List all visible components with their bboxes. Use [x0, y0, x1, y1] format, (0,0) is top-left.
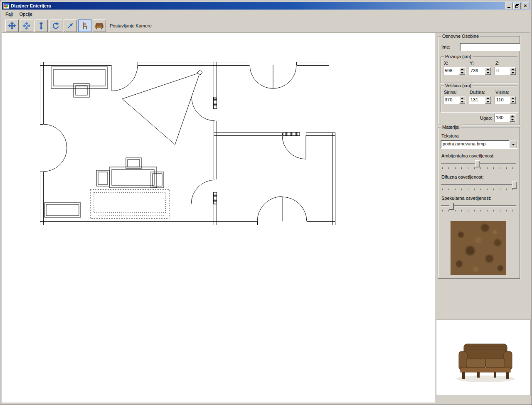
- angle-label: Ugao:: [480, 115, 492, 120]
- vertical-move-tool-button[interactable]: [34, 20, 48, 32]
- size-group: Veličina (cm) Širina: 370 Dužina: 131: [441, 86, 517, 112]
- spin-down-button[interactable]: [459, 100, 465, 104]
- position-group-title: Pozicija (cm): [444, 54, 473, 59]
- ambient-slider-thumb[interactable]: [475, 160, 480, 167]
- spin-down-button[interactable]: [510, 71, 516, 75]
- spin-up-button[interactable]: [459, 96, 465, 100]
- length-value: 131: [469, 96, 485, 104]
- height-value: 110: [495, 96, 510, 104]
- spin-up-button[interactable]: [510, 96, 516, 100]
- floorplan-furniture: [44, 67, 169, 218]
- diffuse-slider-thumb[interactable]: [512, 182, 517, 189]
- sofa-icon: [95, 22, 104, 30]
- floorplan-desk[interactable]: [51, 67, 108, 97]
- close-icon: ×: [524, 4, 527, 8]
- texture-preview-image: [451, 221, 506, 275]
- specular-light-slider[interactable]: [441, 202, 516, 211]
- restore-icon: [515, 4, 519, 8]
- scale-icon: [66, 22, 74, 30]
- chair-icon: [81, 22, 89, 30]
- spin-up-button[interactable]: [485, 96, 491, 100]
- x-position-spinner[interactable]: 598: [443, 67, 466, 75]
- move-tool-button[interactable]: [5, 20, 19, 32]
- move-icon: [8, 22, 16, 30]
- application-window: Dizajner Enterijera × Fajl Opcije: [0, 0, 532, 405]
- size-group-title: Veličina (cm): [444, 83, 473, 88]
- angle-spinner[interactable]: 180: [494, 114, 516, 122]
- specular-light-label: Spekularna osvetljenost:: [441, 196, 491, 201]
- material-group-title: Materijal: [441, 125, 461, 130]
- design-canvas[interactable]: [2, 33, 436, 403]
- add-chair-tool-button[interactable]: [78, 20, 91, 32]
- rotate-tool-button[interactable]: [49, 20, 62, 32]
- spin-down-button[interactable]: [485, 71, 491, 75]
- window-title: Dizajner Enterijera: [11, 3, 505, 8]
- spin-down-button[interactable]: [510, 118, 515, 122]
- height-label: Visina:: [495, 90, 509, 95]
- floorplan-walls: [40, 62, 335, 225]
- spin-up-button[interactable]: [510, 67, 516, 71]
- sofa-preview-drawing: [436, 320, 530, 395]
- floorplan: [2, 33, 435, 403]
- width-spinner[interactable]: 370: [443, 96, 466, 104]
- title-bar[interactable]: Dizajner Enterijera ×: [2, 2, 530, 10]
- angle-value: 180: [495, 114, 510, 122]
- app-icon: [3, 2, 10, 9]
- name-label: Ime:: [441, 44, 450, 49]
- diffuse-light-slider[interactable]: [441, 181, 516, 190]
- y-label: Y:: [470, 61, 474, 66]
- z-position-value: 0: [495, 67, 510, 75]
- spin-up-button[interactable]: [485, 67, 491, 71]
- add-sofa-tool-button[interactable]: [93, 20, 106, 32]
- diffuse-light-label: Difuzna osvetljenost:: [441, 174, 484, 179]
- spin-down-button[interactable]: [510, 100, 516, 104]
- restore-button[interactable]: [513, 2, 521, 9]
- z-label: Z:: [495, 61, 500, 66]
- y-position-spinner[interactable]: 736: [469, 67, 491, 75]
- height-spinner[interactable]: 110: [495, 96, 516, 104]
- spin-up-button[interactable]: [459, 67, 465, 71]
- ambient-light-slider[interactable]: [441, 160, 516, 169]
- camera-marker[interactable]: [122, 70, 202, 145]
- spin-down-button[interactable]: [459, 71, 465, 75]
- spin-down-button[interactable]: [485, 100, 491, 104]
- x-position-value: 598: [443, 67, 459, 75]
- texture-label: Tekstura: [441, 133, 459, 138]
- toolbar: Postavljanje Kamere: [2, 19, 530, 33]
- menu-item-fajl[interactable]: Fajl: [2, 11, 16, 17]
- close-button[interactable]: ×: [522, 2, 529, 9]
- length-spinner[interactable]: 131: [469, 96, 491, 104]
- width-label: Širina:: [444, 90, 457, 95]
- rotate-icon: [52, 22, 60, 30]
- y-position-value: 736: [469, 67, 485, 75]
- position-group: Pozicija (cm) X: 598 Y: 736: [441, 56, 517, 83]
- material-group: Materijal Tekstura podrazumevana.bmp Amb…: [438, 127, 520, 279]
- pan-tool-button[interactable]: [20, 20, 33, 32]
- menu-bar: Fajl Opcije: [2, 10, 530, 18]
- length-label: Dužina:: [470, 90, 485, 95]
- toolbar-mode-label: Postavljanje Kamere: [110, 23, 152, 28]
- floorplan-sofa-selected[interactable]: [90, 189, 169, 218]
- texture-value: podrazumevana.bmp: [441, 140, 509, 148]
- basic-properties-group: Osnovne Osobine Ime: Pozicija (cm) X: 59…: [438, 36, 520, 125]
- vertical-move-icon: [37, 22, 45, 30]
- scale-tool-button[interactable]: [64, 20, 77, 32]
- width-value: 370: [443, 96, 459, 104]
- x-label: X:: [444, 61, 448, 66]
- menu-item-opcije[interactable]: Opcije: [16, 11, 36, 17]
- spin-up-button[interactable]: [510, 114, 515, 118]
- minimize-button[interactable]: [505, 2, 512, 9]
- name-input[interactable]: [460, 43, 520, 51]
- basic-group-title: Osnovne Osobine: [441, 34, 480, 39]
- object-3d-preview: [436, 319, 531, 396]
- minimize-icon: [507, 7, 510, 8]
- pan-icon: [22, 22, 31, 30]
- specular-slider-thumb[interactable]: [449, 203, 454, 210]
- properties-panel: Osnovne Osobine Ime: Pozicija (cm) X: 59…: [435, 33, 531, 403]
- floorplan-dining-set[interactable]: [96, 158, 164, 188]
- floorplan-cabinet[interactable]: [44, 203, 81, 217]
- texture-dropdown[interactable]: podrazumevana.bmp: [441, 140, 517, 149]
- ambient-light-label: Ambijentalna osvetljenost:: [441, 153, 495, 158]
- z-position-spinner[interactable]: 0: [495, 67, 516, 75]
- chevron-down-icon[interactable]: [509, 140, 517, 148]
